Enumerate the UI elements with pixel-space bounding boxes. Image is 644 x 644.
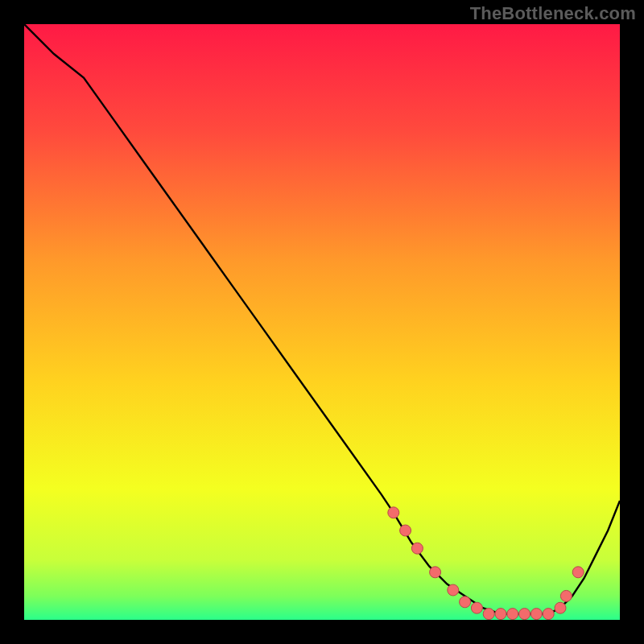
marker-dot (460, 597, 471, 608)
marker-dot (530, 609, 542, 620)
marker-dot (471, 602, 482, 613)
marker-dot (388, 507, 399, 518)
marker-dot (543, 609, 554, 620)
chart-frame: TheBottleneck.com (0, 0, 644, 644)
marker-dot (572, 567, 584, 578)
marker-dot (400, 525, 411, 536)
marker-dot (560, 590, 572, 601)
marker-dot (507, 609, 518, 620)
marker-dot (483, 609, 494, 620)
marker-dot (411, 543, 423, 554)
marker-dot (430, 567, 441, 578)
watermark-text: TheBottleneck.com (470, 3, 636, 24)
marker-dot (519, 609, 530, 620)
chart-svg (24, 24, 620, 620)
plot-area (24, 24, 620, 620)
marker-dot (448, 584, 459, 596)
gradient-background (24, 24, 620, 620)
marker-dot (555, 602, 566, 613)
marker-dot (495, 609, 506, 620)
